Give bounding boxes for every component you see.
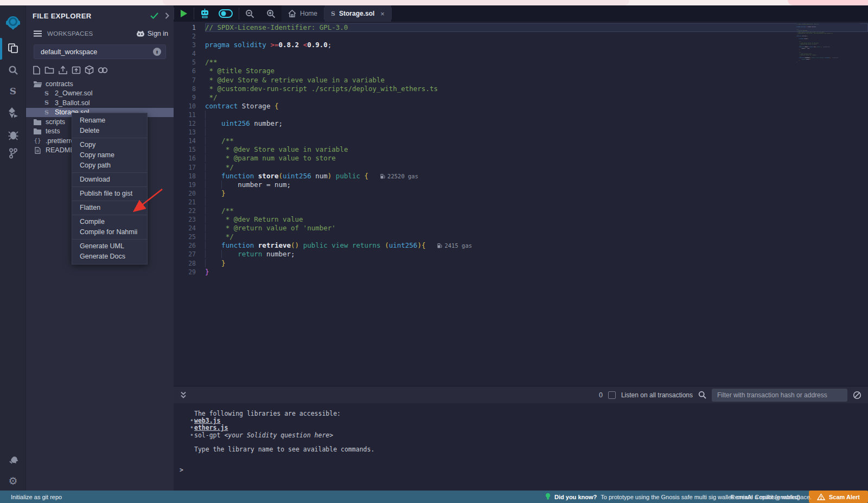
solidity-icon: S <box>42 90 51 97</box>
cube-icon[interactable] <box>85 65 94 75</box>
deploy-run-icon[interactable] <box>0 105 26 120</box>
zoom-in-icon[interactable] <box>260 5 282 22</box>
gas-estimate: 22520 gas <box>380 173 418 179</box>
git-icon[interactable] <box>0 146 26 160</box>
upload-file-icon[interactable] <box>58 66 68 75</box>
tab-home[interactable]: Home <box>282 5 324 22</box>
tab-home-label: Home <box>300 10 317 17</box>
sign-in-button[interactable]: Sign in <box>136 30 168 37</box>
workspaces-label: WORKSPACES <box>47 30 131 37</box>
copilot-toggle[interactable] <box>213 5 239 22</box>
code-line-27: return number; <box>205 250 868 259</box>
status-bar: Initialize as git repo Did you know? To … <box>0 491 868 503</box>
code-line-29: } <box>205 268 868 276</box>
link-icon[interactable] <box>98 66 108 74</box>
tree-item-label: .prettierrc <box>46 137 74 145</box>
menu-item-publish-file-to-gist[interactable]: Publish file to gist <box>72 189 147 199</box>
line-number-gutter: 1234567891011121314151617181920212223242… <box>174 22 205 386</box>
scam-alert-button[interactable]: Scam Alert <box>809 491 868 503</box>
menu-item-copy-name[interactable]: Copy name <box>72 150 147 160</box>
remix-logo[interactable] <box>0 15 26 32</box>
menu-item-copy-path[interactable]: Copy path <box>72 160 147 171</box>
new-folder-icon[interactable] <box>44 66 54 74</box>
code-line-20: } <box>205 189 868 198</box>
workspace-select[interactable]: default_workspace ▲▼ <box>34 44 166 59</box>
terminal-link[interactable]: ethers.js <box>194 424 228 431</box>
tab-storage-label: Storage.sol <box>339 10 374 17</box>
listen-label: Listen on all transactions <box>621 391 693 399</box>
menu-item-rename[interactable]: Rename <box>72 115 147 126</box>
terminal-prompt[interactable]: > <box>180 467 868 474</box>
code-line-17: */ <box>205 163 868 172</box>
braces-icon: {} <box>33 137 42 144</box>
new-file-icon[interactable] <box>33 66 41 75</box>
gas-estimate: 2415 gas <box>437 242 472 249</box>
code-line-16: * @param num value to store <box>205 154 868 163</box>
browser-strip-segment <box>163 0 629 5</box>
menu-item-compile-for-nahmii[interactable]: Compile for Nahmii <box>72 227 147 237</box>
tree-item-label: scripts <box>46 118 65 126</box>
plugin-manager-icon[interactable] <box>0 453 26 467</box>
menu-item-copy[interactable]: Copy <box>72 140 147 150</box>
code-line-1: // SPDX-License-Identifier: GPL-3.0 <box>205 23 868 32</box>
icon-bar: S ⚙ <box>0 5 26 491</box>
hamburger-menu-icon[interactable] <box>34 30 42 37</box>
transaction-filter-input[interactable] <box>712 389 847 402</box>
listen-checkbox[interactable] <box>608 391 616 399</box>
solidity-compiler-icon[interactable]: S <box>0 84 26 98</box>
menu-item-flatten[interactable]: Flatten <box>72 203 147 213</box>
terminal[interactable]: The following libraries are accessible:•… <box>174 403 868 491</box>
tree-item-contracts[interactable]: contracts <box>26 79 174 89</box>
tree-item-3-ballot-sol[interactable]: S3_Ballot.sol <box>26 98 174 108</box>
workspace-name: default_workspace <box>41 48 153 56</box>
menu-item-generate-uml[interactable]: Generate UML <box>72 241 147 252</box>
upload-folder-icon[interactable] <box>72 66 81 74</box>
solidity-file-icon: S <box>331 10 335 17</box>
code-line-12: uint256 number; <box>205 119 868 128</box>
folder-icon <box>33 119 42 125</box>
terminal-output: The following libraries are accessible:•… <box>190 410 868 453</box>
editor-toolbar: Home S Storage.sol × <box>174 5 868 22</box>
terminal-line: •sol-gpt <your Solidity question here> <box>190 432 868 439</box>
debugger-icon[interactable] <box>0 128 26 142</box>
code-line-11 <box>205 111 868 119</box>
close-tab-icon[interactable]: × <box>380 10 385 18</box>
code-line-22: /** <box>205 207 868 215</box>
search-icon[interactable] <box>0 63 26 77</box>
code-editor[interactable]: 1234567891011121314151617181920212223242… <box>174 22 868 386</box>
menu-item-generate-docs[interactable]: Generate Docs <box>72 252 147 262</box>
run-script-button[interactable] <box>174 5 194 22</box>
settings-icon[interactable]: ⚙ <box>0 474 26 488</box>
code-line-23: * @dev Return value <box>205 215 868 224</box>
menu-item-download[interactable]: Download <box>72 175 147 185</box>
warning-icon <box>817 493 825 500</box>
terminal-header: 0 Listen on all transactions <box>174 386 868 403</box>
code-line-7: * @dev Store & retrieve value in a varia… <box>205 76 868 85</box>
menu-item-compile[interactable]: Compile <box>72 217 147 227</box>
chevron-right-icon[interactable] <box>165 12 169 19</box>
tab-storage-sol[interactable]: S Storage.sol × <box>324 5 391 22</box>
check-icon[interactable] <box>150 12 158 19</box>
code-line-3: pragma solidity >=0.8.2 <0.9.0; <box>205 41 868 49</box>
terminal-search-icon[interactable] <box>698 391 706 399</box>
zoom-out-icon[interactable] <box>239 5 260 22</box>
code-line-8: * @custom:dev-run-script ./scripts/deplo… <box>205 85 868 93</box>
code-line-18: function store(uint256 num) public {2252… <box>205 172 868 180</box>
copilot-robot-icon[interactable] <box>194 5 213 22</box>
clear-console-icon[interactable] <box>853 391 861 399</box>
panel-title: FILE EXPLORER <box>33 12 150 20</box>
main-area: Home S Storage.sol × 1234567891011121314… <box>174 5 868 491</box>
code-line-21 <box>205 198 868 207</box>
tree-item-2-owner-sol[interactable]: S2_Owner.sol <box>26 89 174 99</box>
git-init-button[interactable]: Initialize as git repo <box>11 494 62 500</box>
terminal-collapse-icon[interactable] <box>180 391 187 399</box>
terminal-line: The following libraries are accessible: <box>190 410 868 417</box>
code-line-4 <box>205 49 868 58</box>
menu-item-delete[interactable]: Delete <box>72 126 147 136</box>
tree-item-label: tests <box>46 127 60 135</box>
code-line-19: number = num; <box>205 180 868 189</box>
file-explorer-icon[interactable] <box>0 40 26 56</box>
terminal-link[interactable]: web3.js <box>194 417 220 424</box>
github-icon <box>136 30 145 37</box>
code-line-28: } <box>205 259 868 268</box>
